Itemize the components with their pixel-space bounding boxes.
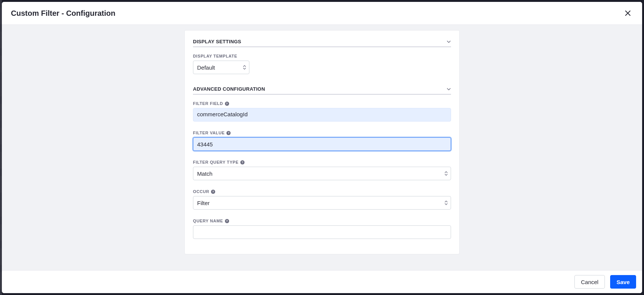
help-icon[interactable]: ? <box>240 160 245 164</box>
modal-scroll-area[interactable]: DISPLAY SETTINGS DISPLAY TEMPLATE Defaul <box>2 25 642 270</box>
field-label: FILTER VALUE ? <box>193 131 451 135</box>
section-toggle-advanced-configuration[interactable]: ADVANCED CONFIGURATION <box>193 86 451 94</box>
field-label: FILTER FIELD ? <box>193 101 451 106</box>
filter-value-input[interactable] <box>193 137 451 151</box>
field-label-text: OCCUR <box>193 189 209 194</box>
query-name-input[interactable] <box>193 225 451 239</box>
field-label: QUERY NAME ? <box>193 219 451 223</box>
help-icon[interactable]: ? <box>225 219 229 223</box>
field-label: DISPLAY TEMPLATE <box>193 54 451 58</box>
cancel-button[interactable]: Cancel <box>574 275 605 289</box>
occur-select-wrap: Filter <box>193 196 451 210</box>
help-icon[interactable]: ? <box>226 131 231 135</box>
field-label-text: FILTER QUERY TYPE <box>193 160 238 164</box>
chevron-down-icon <box>447 40 451 44</box>
query-name-input-wrap <box>193 225 451 239</box>
section-body-display-settings: DISPLAY TEMPLATE Default <box>193 47 451 74</box>
modal-header: Custom Filter - Configuration <box>2 2 642 25</box>
field-label: FILTER QUERY TYPE ? <box>193 160 451 164</box>
field-label-text: QUERY NAME <box>193 219 223 223</box>
field-filter-query-type: FILTER QUERY TYPE ? Match <box>193 160 451 180</box>
field-label: OCCUR ? <box>193 189 451 194</box>
help-icon[interactable]: ? <box>211 190 215 194</box>
section-toggle-display-settings[interactable]: DISPLAY SETTINGS <box>193 39 451 47</box>
section-body-advanced: FILTER FIELD ? commerceCatalogId FILTER … <box>193 94 451 239</box>
field-occur: OCCUR ? Filter <box>193 189 451 210</box>
config-card: DISPLAY SETTINGS DISPLAY TEMPLATE Defaul <box>184 30 460 254</box>
field-filter-value: FILTER VALUE ? <box>193 131 451 151</box>
filter-field-value[interactable]: commerceCatalogId <box>193 108 451 122</box>
field-label-text: FILTER FIELD <box>193 101 223 106</box>
filter-value-input-wrap <box>193 137 451 151</box>
save-button[interactable]: Save <box>610 275 636 289</box>
filter-query-type-select-wrap: Match <box>193 167 451 180</box>
display-template-select-wrap: Default <box>193 61 249 74</box>
modal-body: DISPLAY SETTINGS DISPLAY TEMPLATE Defaul <box>2 25 642 270</box>
field-query-name: QUERY NAME ? <box>193 219 451 239</box>
section-title: ADVANCED CONFIGURATION <box>193 86 265 92</box>
display-template-select[interactable]: Default <box>193 61 249 74</box>
modal-title: Custom Filter - Configuration <box>11 9 115 18</box>
occur-select[interactable]: Filter <box>193 196 451 210</box>
field-display-template: DISPLAY TEMPLATE Default <box>193 54 451 74</box>
modal-footer: Cancel Save <box>2 270 642 293</box>
section-title: DISPLAY SETTINGS <box>193 39 241 44</box>
close-button[interactable] <box>623 8 633 18</box>
field-filter-field: FILTER FIELD ? commerceCatalogId <box>193 101 451 122</box>
field-label-text: FILTER VALUE <box>193 131 225 135</box>
config-modal: Custom Filter - Configuration DISPLAY SE… <box>2 2 642 293</box>
help-icon[interactable]: ? <box>225 102 229 106</box>
close-icon <box>625 11 630 16</box>
chevron-down-icon <box>447 87 451 91</box>
filter-query-type-select[interactable]: Match <box>193 167 451 180</box>
